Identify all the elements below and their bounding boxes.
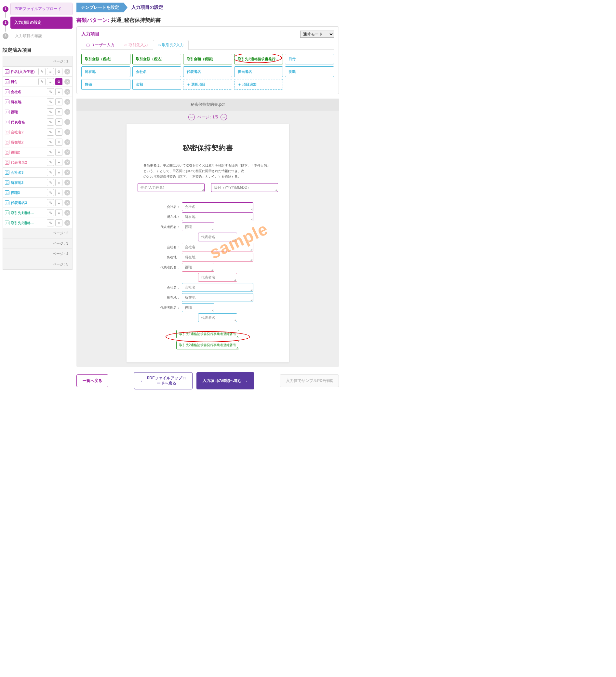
mode-select[interactable]: 通常モード — [300, 31, 334, 38]
field-rep-2[interactable]: 代表者名 — [198, 273, 237, 282]
lines-icon[interactable]: ≡ — [55, 209, 62, 216]
field-chip[interactable]: 金額 — [132, 79, 182, 90]
page-next-button[interactable]: → — [221, 114, 227, 120]
field-company-1[interactable]: 会社名 — [182, 202, 253, 211]
pencil-icon[interactable]: ✎ — [47, 209, 54, 216]
field-chip[interactable]: ＋ 項目追加 — [234, 79, 283, 90]
item-label[interactable]: 会社名3 — [11, 170, 46, 175]
tab-purple[interactable]: ◯ユーザー入力 — [81, 40, 120, 50]
pencil-icon[interactable]: ✎ — [47, 159, 54, 166]
item-label[interactable]: 日付 — [11, 79, 37, 84]
item-label[interactable]: 役職2 — [11, 150, 46, 155]
back-to-list-button[interactable]: 一覧へ戻る — [77, 374, 108, 387]
field-chip[interactable]: 会社名 — [132, 66, 182, 77]
page-prev-button[interactable]: ← — [188, 114, 195, 120]
pencil-icon[interactable]: ✎ — [38, 68, 46, 75]
delete-icon[interactable]: ✕ — [64, 190, 70, 195]
item-label[interactable]: 代表者名2 — [11, 160, 46, 165]
field-address-2[interactable]: 所在地 — [182, 253, 253, 262]
field-company-2[interactable]: 会社名 — [182, 243, 253, 252]
field-chip[interactable]: 日付 — [285, 54, 334, 64]
pencil-icon[interactable]: ✎ — [47, 139, 54, 146]
field-invoice-2[interactable]: 取引先2適格請求書発行事業者登録番号 — [176, 341, 239, 349]
pencil-icon[interactable]: ✎ — [47, 98, 54, 105]
field-rep-3[interactable]: 代表者名 — [198, 313, 237, 322]
field-rep-1[interactable]: 代表者名 — [198, 233, 237, 241]
field-subject[interactable]: 件名(入力任意) — [138, 183, 204, 192]
pencil-icon[interactable]: ✎ — [47, 219, 54, 226]
pencil-icon[interactable]: ✎ — [47, 189, 54, 196]
item-label[interactable]: 件名(入力任意) — [11, 69, 37, 74]
lines-icon[interactable]: ≡ — [55, 108, 62, 116]
page-header-5[interactable]: ページ : 5 — [3, 259, 72, 270]
item-label[interactable]: 役職3 — [11, 190, 46, 195]
lines-icon[interactable]: ≡ — [55, 139, 62, 146]
field-chip[interactable]: 担当者名 — [234, 66, 283, 77]
pencil-icon[interactable]: ✎ — [47, 108, 54, 116]
field-chip[interactable]: 代表者名 — [183, 66, 232, 77]
page-header-2[interactable]: ページ : 2 — [3, 228, 72, 238]
lines-icon[interactable]: ≡ — [47, 68, 54, 75]
delete-icon[interactable]: ✕ — [64, 220, 70, 226]
delete-icon[interactable]: ✕ — [64, 180, 70, 185]
back-to-upload-button[interactable]: ←PDFファイルアップロードへ戻る — [134, 372, 193, 390]
field-chip[interactable]: 数値 — [81, 79, 131, 90]
lines-icon[interactable]: ≡ — [55, 149, 62, 156]
pencil-icon[interactable]: ✎ — [47, 179, 54, 186]
field-chip[interactable]: 取引金額（税込） — [132, 54, 182, 64]
item-label[interactable]: 取引先2適格... — [11, 221, 46, 225]
field-chip[interactable]: 取引金額（税抜） — [81, 54, 131, 64]
item-label[interactable]: 所在地3 — [11, 180, 46, 185]
pencil-icon[interactable]: ✎ — [47, 129, 54, 136]
lines-icon[interactable]: ≡ — [55, 169, 62, 176]
lines-icon[interactable]: ≡ — [55, 159, 62, 166]
lines-icon[interactable]: ≡ — [55, 179, 62, 186]
lines-icon[interactable]: ≡ — [55, 98, 62, 105]
field-role-3[interactable]: 役職 — [182, 303, 214, 312]
step-label-3[interactable]: 入力項目の確認 — [10, 30, 73, 42]
item-label[interactable]: 所在地2 — [11, 140, 46, 145]
delete-icon[interactable]: ✕ — [64, 79, 70, 85]
pencil-icon[interactable]: ✎ — [47, 169, 54, 176]
item-label[interactable]: 会社名 — [11, 89, 46, 94]
delete-icon[interactable]: ✕ — [64, 69, 70, 75]
pencil-icon[interactable]: ✎ — [38, 78, 46, 85]
lines-icon[interactable]: ≡ — [55, 199, 62, 206]
lines-icon[interactable]: ≡ — [47, 78, 54, 85]
delete-icon[interactable]: ✕ — [64, 139, 70, 145]
delete-icon[interactable]: ✕ — [64, 89, 70, 95]
gear-icon[interactable]: ⚙ — [55, 68, 62, 75]
page-header-1[interactable]: ページ : 1 — [3, 56, 72, 67]
item-label[interactable]: 会社名2 — [11, 130, 46, 135]
delete-icon[interactable]: ✕ — [64, 109, 70, 115]
delete-icon[interactable]: ✕ — [64, 129, 70, 135]
field-role-2[interactable]: 役職 — [182, 263, 214, 272]
field-address-3[interactable]: 所在地 — [182, 293, 253, 302]
item-label[interactable]: 役職 — [11, 109, 46, 115]
lines-icon[interactable]: ≡ — [55, 88, 62, 95]
field-role-1[interactable]: 役職 — [182, 223, 214, 231]
lines-icon[interactable]: ≡ — [55, 189, 62, 196]
pencil-icon[interactable]: ✎ — [47, 149, 54, 156]
tab-cyan[interactable]: ▭取引先2入力 — [153, 40, 189, 50]
field-date[interactable]: 日付（YYYY/MM/DD） — [211, 183, 278, 192]
item-label[interactable]: 所在地 — [11, 99, 46, 104]
delete-icon[interactable]: ✕ — [64, 149, 70, 155]
field-chip[interactable]: 取引金額（税額） — [183, 54, 232, 64]
page-header-3[interactable]: ページ : 3 — [3, 238, 72, 249]
delete-icon[interactable]: ✕ — [64, 200, 70, 206]
lines-icon[interactable]: ≡ — [55, 219, 62, 226]
pencil-icon[interactable]: ✎ — [47, 88, 54, 95]
item-label[interactable]: 代表者名 — [11, 120, 46, 125]
step-label-2[interactable]: 入力項目の設定 — [10, 16, 73, 29]
item-label[interactable]: 代表者名3 — [11, 200, 46, 205]
field-chip[interactable]: 所在地 — [81, 66, 131, 77]
delete-icon[interactable]: ✕ — [64, 210, 70, 216]
next-step-button[interactable]: 入力項目の確認へ進む→ — [196, 372, 254, 390]
field-chip[interactable]: 取引先2適格請求書発行... — [234, 54, 283, 64]
field-company-3[interactable]: 会社名 — [182, 283, 253, 292]
pencil-icon[interactable]: ✎ — [47, 119, 54, 126]
field-chip[interactable]: ＋ 選択項目 — [183, 79, 232, 90]
item-label[interactable]: 取引先1適格... — [11, 211, 46, 215]
delete-icon[interactable]: ✕ — [64, 170, 70, 175]
